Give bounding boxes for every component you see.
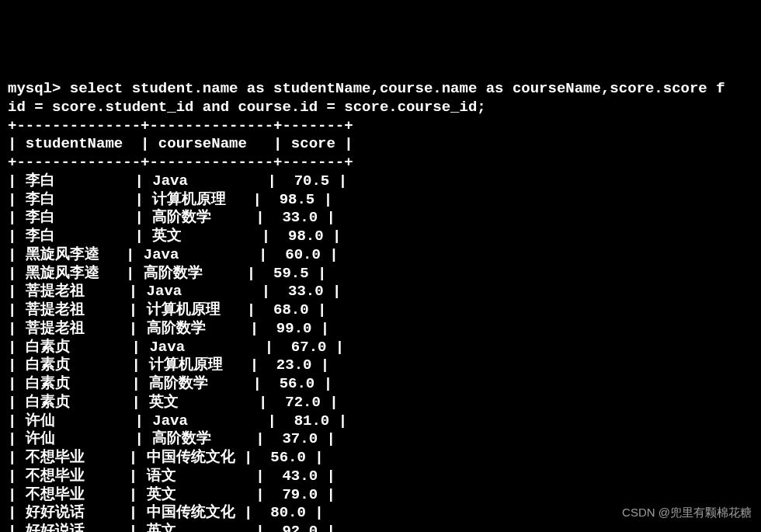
table-row: | 白素贞 | Java | 67.0 |: [8, 339, 344, 356]
table-row: | 好好说话 | 中国传统文化 | 80.0 |: [8, 504, 324, 521]
table-separator-mid: +--------------+--------------+-------+: [8, 154, 353, 171]
table-row: | 李白 | 计算机原理 | 98.5 |: [8, 191, 332, 208]
table-row: | 李白 | Java | 70.5 |: [8, 172, 347, 190]
table-row: | 李白 | 高阶数学 | 33.0 |: [8, 209, 335, 226]
table-row: | 许仙 | 高阶数学 | 37.0 |: [8, 430, 335, 447]
query-line-2: id = score.student_id and course.id = sc…: [8, 99, 486, 116]
table-row: | 好好说话 | 英文 | 92.0 |: [8, 523, 335, 532]
table-header: | studentName | courseName | score |: [8, 135, 353, 152]
table-row: | 白素贞 | 高阶数学 | 56.0 |: [8, 375, 332, 392]
table-row: | 不想毕业 | 英文 | 79.0 |: [8, 486, 335, 503]
table-row: | 菩提老祖 | 高阶数学 | 99.0 |: [8, 320, 329, 337]
query-line-1: mysql> select student.name as studentNam…: [8, 80, 725, 97]
table-row: | 不想毕业 | 中国传统文化 | 56.0 |: [8, 449, 324, 466]
table-row: | 黑旋风李逵 | 高阶数学 | 59.5 |: [8, 265, 326, 282]
table-row: | 许仙 | Java | 81.0 |: [8, 412, 347, 429]
table-row: | 菩提老祖 | Java | 33.0 |: [8, 283, 341, 300]
table-row: | 菩提老祖 | 计算机原理 | 68.0 |: [8, 301, 326, 318]
table-row: | 不想毕业 | 语文 | 43.0 |: [8, 468, 335, 485]
table-separator-top: +--------------+--------------+-------+: [8, 117, 353, 134]
watermark-text: CSDN @兜里有颗棉花糖: [622, 506, 752, 520]
table-row: | 白素贞 | 计算机原理 | 23.0 |: [8, 356, 329, 374]
table-row: | 李白 | 英文 | 98.0 |: [8, 228, 341, 245]
table-row: | 黑旋风李逵 | Java | 60.0 |: [8, 246, 339, 263]
terminal-screen[interactable]: mysql> select student.name as studentNam…: [8, 80, 753, 532]
table-row: | 白素贞 | 英文 | 72.0 |: [8, 394, 339, 411]
